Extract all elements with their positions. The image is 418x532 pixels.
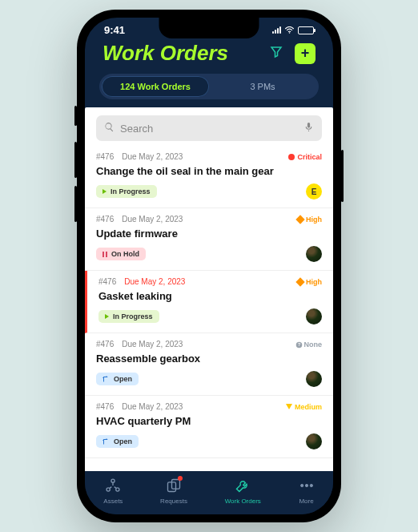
nav-requests[interactable]: Requests — [160, 478, 187, 505]
tabs: 124 Work Orders 3 PMs — [99, 74, 319, 99]
search-input[interactable]: Search — [96, 115, 322, 141]
assignee-avatar — [306, 433, 322, 449]
nav-label: Requests — [160, 498, 187, 505]
assignee-avatar: E — [306, 183, 322, 200]
work-order-title: Reassemble gearbox — [96, 353, 322, 365]
nav-label: Assets — [103, 498, 123, 505]
assets-icon — [105, 478, 121, 495]
wifi-icon — [284, 24, 295, 36]
work-order-card[interactable]: #476Due May 2, 2023?NoneReassemble gearb… — [85, 333, 333, 396]
search-placeholder: Search — [120, 123, 298, 135]
work-order-list: #476Due May 2, 2023CriticalChange the oi… — [85, 146, 333, 471]
work-order-id: #476 — [98, 277, 116, 286]
work-order-id: #476 — [96, 215, 114, 224]
svg-text:?: ? — [297, 342, 299, 347]
work-order-title: Gasket leaking — [98, 290, 322, 302]
work-order-id: #476 — [96, 152, 114, 161]
due-date: Due May 2, 2023 — [122, 402, 183, 411]
priority-badge: Critical — [288, 153, 322, 161]
svg-point-5 — [116, 488, 119, 491]
nav-more[interactable]: More — [299, 478, 315, 505]
priority-badge: Medium — [286, 403, 322, 411]
signal-icon — [272, 26, 281, 34]
svg-point-0 — [289, 32, 291, 34]
work-order-title: Change the oil seal in the main gear — [96, 165, 322, 177]
due-date: Due May 2, 2023 — [122, 340, 183, 349]
battery-icon — [298, 26, 314, 34]
nav-label: More — [299, 498, 313, 505]
work-order-id: #476 — [96, 402, 114, 411]
assignee-avatar — [306, 371, 322, 387]
priority-badge: ?None — [295, 341, 323, 349]
search-icon — [104, 121, 115, 135]
more-icon — [299, 478, 315, 495]
svg-point-8 — [300, 484, 303, 486]
due-date: Due May 2, 2023 — [124, 277, 185, 286]
page-title: Work Orders — [102, 41, 228, 66]
wrench-icon — [235, 478, 251, 495]
work-order-card[interactable]: #476Due May 2, 2023CriticalChange the oi… — [85, 146, 333, 208]
status-chip: On Hold — [96, 248, 146, 260]
work-order-title: HVAC quarterly PM — [96, 415, 322, 427]
priority-badge: High — [297, 216, 322, 224]
svg-point-4 — [107, 488, 110, 491]
nav-assets[interactable]: Assets — [103, 478, 123, 505]
work-order-id: #476 — [96, 340, 114, 349]
work-order-title: Update firmware — [96, 228, 322, 240]
tab-pms[interactable]: 3 PMs — [209, 76, 316, 97]
status-chip: Open — [96, 435, 139, 448]
work-order-card[interactable]: #476Due May 2, 2023HighUpdate firmwareOn… — [85, 208, 333, 271]
status-chip: In Progress — [96, 185, 157, 198]
notification-dot-icon — [178, 476, 183, 481]
svg-point-3 — [111, 479, 115, 482]
due-date: Due May 2, 2023 — [122, 152, 183, 161]
status-chip: Open — [96, 373, 139, 385]
status-chip: In Progress — [98, 310, 159, 323]
assignee-avatar — [306, 308, 322, 324]
due-date: Due May 2, 2023 — [122, 215, 183, 224]
status-time: 9:41 — [104, 24, 125, 36]
nav-wrench[interactable]: Work Orders — [225, 478, 261, 505]
add-button[interactable]: + — [295, 43, 316, 64]
mic-icon[interactable] — [303, 121, 314, 135]
tab-work-orders[interactable]: 124 Work Orders — [102, 76, 209, 97]
priority-badge: High — [297, 278, 322, 286]
svg-point-10 — [310, 484, 312, 486]
work-order-card[interactable]: #476Due May 2, 2023MediumHVAC quarterly … — [85, 396, 333, 458]
assignee-avatar — [306, 246, 322, 262]
svg-point-9 — [305, 484, 307, 486]
work-order-card[interactable]: #476Due May 2, 2023HighGasket leakingIn … — [85, 271, 333, 333]
filter-icon[interactable] — [269, 45, 283, 62]
bottom-nav: AssetsRequestsWork OrdersMore — [85, 471, 333, 514]
nav-label: Work Orders — [225, 498, 261, 505]
